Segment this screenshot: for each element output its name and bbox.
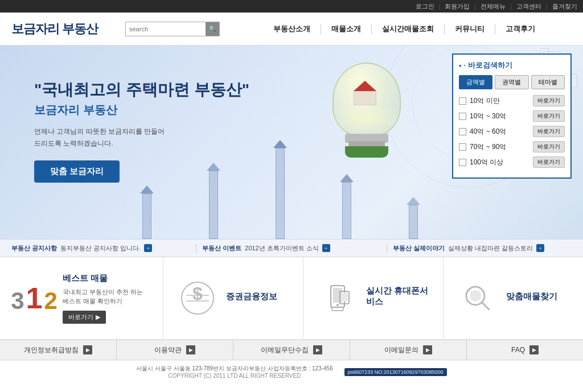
- price-label-0: 10억 미만: [470, 96, 529, 106]
- nav-review[interactable]: 고객후기: [495, 24, 545, 34]
- trophy-3: 3: [11, 289, 24, 313]
- trophy-icon-wrap: 3 1 2: [11, 283, 57, 313]
- bulb-house: [354, 81, 376, 105]
- header: 보금자리 부동산 🔍 부동산소개 매물소개 실시간매물조회 커뮤니티 고객후기: [0, 13, 583, 46]
- checkbox-0[interactable]: [459, 97, 466, 105]
- price-row-0: 10억 미만 바로가기: [459, 95, 565, 106]
- footer-stamp: ps6607233 NO:201307160929703085000: [344, 368, 447, 376]
- tab-theme[interactable]: 테마별: [531, 75, 565, 89]
- notice-cat-1: 부동산 이벤트: [202, 244, 241, 253]
- hero-title: "국내최고의 주택마련 부동산": [34, 80, 249, 100]
- nav-listing[interactable]: 매물소개: [321, 24, 372, 34]
- notice-cat-2: 부동산 실제이야기: [393, 244, 445, 253]
- custom-section[interactable]: 맞춤매물찾기: [444, 257, 583, 339]
- checkbox-1[interactable]: [459, 113, 466, 120]
- notice-item-1[interactable]: 부동산 이벤트 2012년 초특가이벤트 소식 +: [196, 244, 387, 253]
- footer-link-3[interactable]: 이메일문의 ▶: [350, 340, 467, 360]
- tab-price[interactable]: 금액별: [459, 75, 492, 89]
- finance-title: 증권금융정보: [226, 291, 277, 302]
- finance-content: 증권금융정보: [226, 291, 277, 306]
- bulb-body: [332, 63, 401, 137]
- middle-section: 3 1 2 베스트 매물 국내최고 부동산이 추천 하는베스트 매물 확인하기 …: [0, 257, 583, 340]
- goto-btn-4[interactable]: 바로가기: [533, 156, 565, 168]
- svg-point-6: [336, 304, 339, 306]
- notice-item-0[interactable]: 부동산 공지사항 동지부동산 공지사항 입니다. +: [6, 244, 196, 253]
- finance-section[interactable]: $ 증권금융정보: [163, 257, 303, 339]
- notice-icon-1: +: [322, 244, 330, 252]
- nav-realtime[interactable]: 실시간매물조회: [372, 24, 445, 34]
- dollar-icon: $: [178, 278, 217, 318]
- checkbox-3[interactable]: [459, 143, 466, 151]
- footer-arrow-3: ▶: [423, 345, 432, 354]
- best-desc: 국내최고 부동산이 추천 하는베스트 매물 확인하기: [63, 287, 143, 306]
- mobile-title: 실시간 휴대폰서비스: [366, 286, 432, 307]
- footer-link-4[interactable]: FAQ ▶: [467, 340, 583, 360]
- main-nav: 부동산소개 매물소개 실시간매물조회 커뮤니티 고객후기: [237, 24, 572, 34]
- notice-bar: 부동산 공지사항 동지부동산 공지사항 입니다. + 부동산 이벤트 2012년…: [0, 239, 583, 257]
- footer-arrow-0: ▶: [83, 345, 92, 354]
- hero-section: "국내최고의 주택마련 부동산" 보금자리 부동산 언제나 고객님의 따뜻한 보…: [0, 46, 583, 239]
- bulb-illustration: [310, 57, 424, 216]
- all-menu-link[interactable]: 전체메뉴: [481, 2, 506, 11]
- nav-realestate[interactable]: 부동산소개: [263, 24, 321, 34]
- search-big-icon: [458, 278, 498, 318]
- notice-text-2: 실제상황 내집마련 갈등스토리: [448, 244, 533, 253]
- goto-btn-3[interactable]: 바로가기: [533, 141, 565, 152]
- nav-community[interactable]: 커뮤니티: [445, 24, 495, 34]
- footer-link-label-4: FAQ: [511, 346, 525, 354]
- footer-info: 서울시 서울구 서울동 123-789번지 보금자리부동산 사업자등록번호 : …: [136, 365, 333, 379]
- checkbox-2[interactable]: [459, 128, 466, 135]
- best-goto-button[interactable]: 바로가기 ▶: [63, 311, 106, 324]
- footer-address: 서울시 서울구 서울동 123-789번지 보금자리부동산 사업자등록번호 : …: [136, 365, 333, 373]
- search-input[interactable]: [126, 22, 206, 36]
- footer-arrow-2: ▶: [313, 345, 322, 354]
- price-row-3: 70억 ~ 90억 바로가기: [459, 141, 565, 152]
- goto-btn-2[interactable]: 바로가기: [533, 126, 565, 137]
- goto-btn-1[interactable]: 바로가기: [533, 110, 565, 122]
- footer-links: 개인정보취급방침 ▶ 이용약관 ▶ 이메일무단수집 ▶ 이메일문의 ▶ FAQ …: [0, 340, 583, 360]
- mobile-section[interactable]: 실시간 휴대폰서비스: [303, 257, 444, 339]
- footer-link-label-2: 이메일무단수집: [261, 345, 309, 355]
- arrow-3: [273, 140, 287, 239]
- price-label-4: 100억 이상: [470, 158, 529, 167]
- login-link[interactable]: 로그인: [416, 2, 434, 11]
- search-button[interactable]: 🔍: [206, 22, 219, 36]
- register-link[interactable]: 회원가입: [445, 2, 470, 11]
- footer-link-label-0: 개인정보취급방침: [24, 345, 79, 355]
- header-search[interactable]: 🔍: [125, 22, 220, 36]
- tab-region[interactable]: 권역별: [495, 75, 528, 89]
- trophy-1: 1: [26, 283, 43, 313]
- hero-cta-button[interactable]: 맞춤 보금자리: [34, 160, 120, 183]
- trophy-numbers: 3 1 2: [11, 283, 58, 313]
- footer-link-1[interactable]: 이용약관 ▶: [117, 340, 233, 360]
- site-logo[interactable]: 보금자리 부동산: [11, 20, 125, 38]
- svg-rect-5: [333, 288, 342, 303]
- footer-copyright: COPYRIGHT (C) 2011 LTD ALL RIGHT RESERVE…: [136, 373, 333, 379]
- footer-link-2[interactable]: 이메일무단수집 ▶: [233, 340, 350, 360]
- svg-rect-9: [341, 292, 348, 302]
- best-title: 베스트 매물: [63, 273, 143, 284]
- trophy-2: 2: [44, 289, 57, 313]
- top-bar: 로그인 | 회원가입 | 전체메뉴 | 고객센터 | 즐겨찾기: [0, 0, 583, 13]
- support-link[interactable]: 고객센터: [516, 2, 541, 11]
- hero-subtitle: 보금자리 부동산: [34, 102, 249, 118]
- dollar-icon-wrap: $: [175, 278, 220, 318]
- bookmark-link[interactable]: 즐겨찾기: [552, 2, 577, 11]
- goto-btn-0[interactable]: 바로가기: [533, 95, 565, 106]
- svg-line-11: [482, 302, 489, 310]
- notice-item-2[interactable]: 부동산 실제이야기 실제상황 내집마련 갈등스토리 +: [387, 244, 577, 253]
- price-row-1: 10억 ~ 30억 바로가기: [459, 110, 565, 122]
- best-section: 3 1 2 베스트 매물 국내최고 부동산이 추천 하는베스트 매물 확인하기 …: [0, 257, 163, 339]
- footer-arrow-1: ▶: [186, 345, 195, 354]
- checkbox-4[interactable]: [459, 159, 466, 166]
- phone-icon-wrap: [315, 278, 360, 318]
- arrow-1: [140, 185, 154, 239]
- footer-link-0[interactable]: 개인정보취급방침 ▶: [0, 340, 117, 360]
- panel-tabs: 금액별 권역별 테마별: [459, 75, 565, 89]
- notice-cat-0: 부동산 공지사항: [11, 244, 57, 253]
- notice-icon-0: +: [144, 244, 152, 252]
- price-label-3: 70억 ~ 90억: [470, 142, 529, 152]
- notice-icon-2: +: [536, 244, 544, 252]
- bulb-base-3: [345, 146, 388, 158]
- footer-link-label-3: 이메일문의: [384, 345, 418, 355]
